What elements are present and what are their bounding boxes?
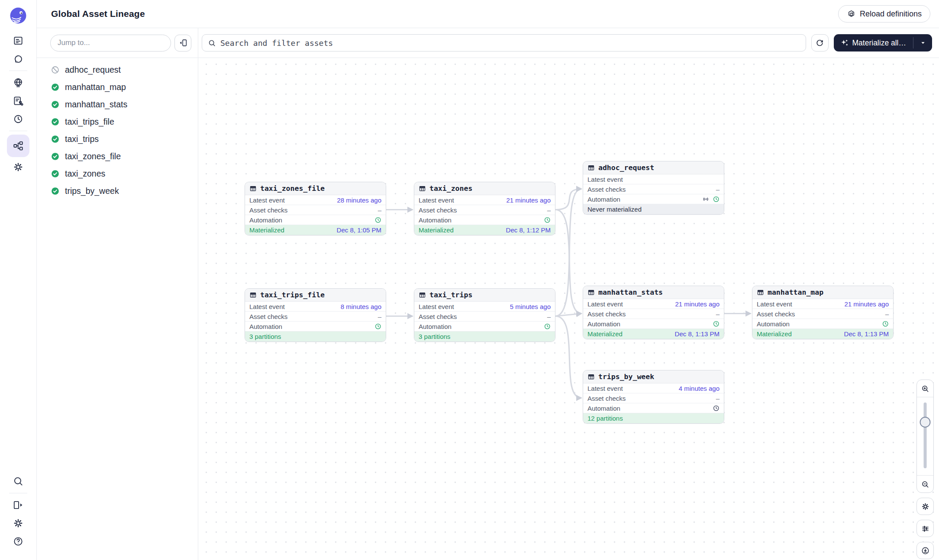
asset-node-adhoc_request[interactable]: adhoc_requestLatest eventAsset checks–Au… — [583, 161, 724, 215]
settings-gear-icon[interactable] — [7, 514, 29, 532]
schedules-icon[interactable] — [7, 110, 29, 128]
materialize-all-button[interactable]: Materialize all… — [834, 34, 913, 51]
materialization-date[interactable]: Dec 8, 1:13 PM — [844, 330, 889, 338]
slash-circle-icon — [51, 65, 60, 74]
materialize-options-caret[interactable] — [913, 34, 932, 51]
materialization-date[interactable]: Dec 8, 1:13 PM — [675, 330, 720, 338]
download-icon — [921, 546, 930, 555]
asset-node-taxi_zones_file[interactable]: taxi_zones_fileLatest event28 minutes ag… — [245, 182, 386, 235]
sidebar-asset-adhoc_request[interactable]: adhoc_request — [37, 61, 198, 78]
zoom-slider-track[interactable] — [924, 402, 927, 468]
check-circle-icon — [51, 83, 60, 92]
sidebar-asset-trips_by_week[interactable]: trips_by_week — [37, 182, 198, 200]
asset-node-header[interactable]: trips_by_week — [583, 370, 724, 383]
asset-checks-row: Asset checks– — [245, 312, 386, 322]
automation-clock-icon — [544, 323, 551, 330]
asset-node-title: taxi_trips_file — [260, 291, 325, 299]
latest-event-row: Latest event — [583, 174, 724, 184]
automation-clock-icon — [374, 216, 382, 224]
asset-node-trips_by_week[interactable]: trips_by_weekLatest event4 minutes agoAs… — [583, 370, 724, 424]
zoom-control-group — [916, 380, 934, 493]
check-circle-icon — [51, 152, 60, 161]
runs-icon[interactable] — [7, 50, 29, 68]
latest-event-value[interactable]: 8 minutes ago — [341, 303, 381, 310]
automation-clock-icon — [713, 320, 720, 328]
check-circle-icon — [51, 100, 60, 109]
automation-row: Automation — [583, 319, 724, 329]
table-icon — [249, 291, 257, 299]
asset-node-title: taxi_trips — [429, 291, 472, 299]
asset-node-header[interactable]: manhattan_stats — [583, 286, 724, 299]
jump-to-input[interactable] — [50, 35, 171, 51]
asset-node-taxi_trips[interactable]: taxi_tripsLatest event5 minutes agoAsset… — [414, 288, 555, 342]
zoom-slider[interactable] — [917, 397, 933, 475]
zoom-out-button[interactable] — [917, 475, 933, 492]
asset-node-taxi_zones[interactable]: taxi_zonesLatest event21 minutes agoAsse… — [414, 182, 555, 235]
asset-node-header[interactable]: taxi_trips_file — [245, 289, 386, 302]
asset-node-taxi_trips_file[interactable]: taxi_trips_fileLatest event8 minutes ago… — [245, 288, 386, 342]
check-circle-icon — [51, 187, 60, 196]
latest-event-value[interactable]: 21 minutes ago — [844, 300, 889, 308]
expand-panel-icon[interactable] — [7, 496, 29, 514]
automation-clock-icon — [882, 320, 889, 328]
refresh-icon — [815, 39, 824, 48]
materialization-status: Never materialized — [583, 204, 724, 214]
overview-icon[interactable] — [7, 32, 29, 50]
latest-event-value[interactable]: 21 minutes ago — [506, 196, 551, 204]
jobs-icon[interactable] — [7, 92, 29, 110]
search-input[interactable] — [220, 39, 800, 48]
sidebar-asset-manhattan_map[interactable]: manhattan_map — [37, 78, 198, 96]
asset-node-header[interactable]: taxi_zones_file — [245, 182, 386, 195]
asset-node-manhattan_stats[interactable]: manhattan_statsLatest event21 minutes ag… — [583, 286, 724, 339]
automation-row: Automation — [583, 194, 724, 204]
asset-checks-value: – — [716, 310, 720, 318]
asset-search-box[interactable] — [202, 34, 806, 51]
asset-checks-row: Asset checks– — [752, 309, 893, 319]
download-button[interactable] — [916, 542, 934, 559]
latest-event-value[interactable]: 5 minutes ago — [510, 303, 551, 310]
asset-checks-row: Asset checks– — [245, 205, 386, 215]
zoom-in-button[interactable] — [917, 380, 933, 397]
sidebar-asset-taxi_trips_file[interactable]: taxi_trips_file — [37, 113, 198, 130]
collapse-panel-button[interactable] — [174, 35, 191, 51]
latest-event-row: Latest event5 minutes ago — [414, 302, 555, 312]
materialization-date[interactable]: Dec 8, 1:12 PM — [506, 226, 551, 234]
asset-node-manhattan_map[interactable]: manhattan_mapLatest event21 minutes agoA… — [752, 286, 894, 339]
asset-node-header[interactable]: taxi_trips — [414, 289, 555, 302]
search-icon[interactable] — [7, 472, 29, 490]
automation-clock-icon — [374, 323, 382, 330]
help-icon[interactable] — [7, 532, 29, 550]
rail-bottom-group — [7, 472, 29, 560]
latest-event-value[interactable]: 4 minutes ago — [679, 385, 720, 392]
sidebar-asset-manhattan_stats[interactable]: manhattan_stats — [37, 96, 198, 113]
sparkle-icon — [840, 39, 849, 47]
reload-definitions-button[interactable]: Reload definitions — [838, 5, 930, 23]
sidebar-asset-taxi_trips[interactable]: taxi_trips — [37, 130, 198, 148]
lineage-icon[interactable] — [7, 135, 29, 157]
dagster-logo-icon[interactable] — [9, 6, 28, 26]
graph-filters-button[interactable] — [916, 520, 934, 537]
asset-label: manhattan_stats — [65, 100, 127, 109]
materialization-date[interactable]: Dec 8, 1:05 PM — [337, 226, 381, 234]
asset-checks-value: – — [378, 313, 381, 320]
materialization-status: MaterializedDec 8, 1:13 PM — [752, 329, 893, 339]
zoom-slider-handle[interactable] — [920, 417, 931, 428]
asset-node-header[interactable]: taxi_zones — [414, 182, 555, 195]
asset-list: adhoc_requestmanhattan_mapmanhattan_stat… — [37, 58, 198, 200]
asset-node-header[interactable]: adhoc_request — [583, 161, 724, 174]
graph-settings-button[interactable] — [916, 498, 934, 515]
assets-globe-icon[interactable] — [7, 74, 29, 92]
deployment-gear-icon[interactable] — [7, 158, 29, 176]
sidebar-asset-taxi_zones[interactable]: taxi_zones — [37, 165, 198, 182]
lineage-canvas[interactable]: taxi_zones_fileLatest event28 minutes ag… — [198, 58, 939, 560]
table-icon — [757, 289, 764, 296]
sidebar-asset-taxi_zones_file[interactable]: taxi_zones_file — [37, 148, 198, 165]
asset-node-header[interactable]: manhattan_map — [752, 286, 893, 299]
caret-down-icon — [920, 39, 926, 46]
sensor-icon — [702, 196, 710, 203]
automation-row: Automation — [245, 215, 386, 225]
refresh-button[interactable] — [811, 34, 829, 51]
automation-icons — [544, 323, 551, 330]
latest-event-value[interactable]: 21 minutes ago — [675, 300, 720, 308]
latest-event-value[interactable]: 28 minutes ago — [337, 196, 381, 204]
